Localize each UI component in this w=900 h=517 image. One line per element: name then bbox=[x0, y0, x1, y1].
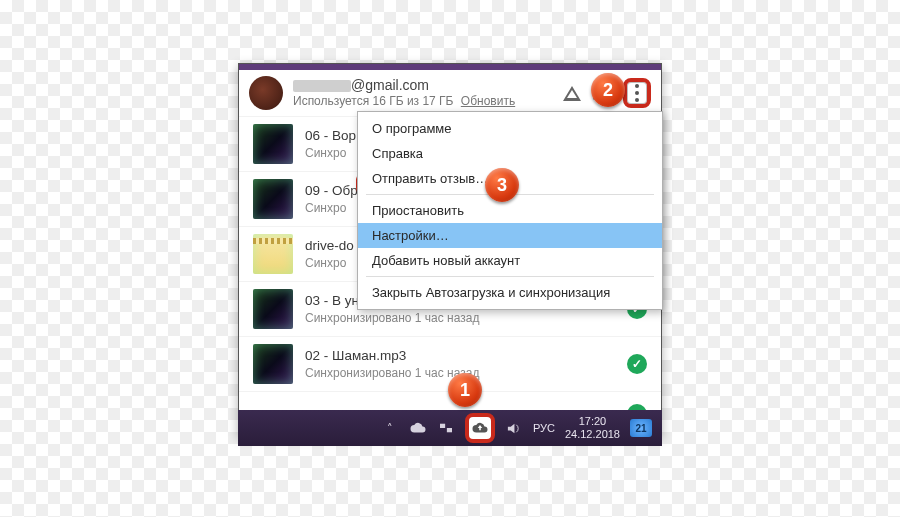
taskbar-clock[interactable]: 17:20 24.12.2018 bbox=[565, 415, 620, 440]
clock-date: 24.12.2018 bbox=[565, 428, 620, 441]
header-text: @gmail.com Используется 16 ГБ из 17 ГБ О… bbox=[293, 76, 561, 110]
file-name: 02 - Шаман.mp3 bbox=[305, 347, 615, 365]
network-icon[interactable] bbox=[437, 419, 455, 437]
file-thumbnail bbox=[253, 124, 293, 164]
callout-2: 2 bbox=[591, 73, 625, 107]
file-thumbnail-zip bbox=[253, 234, 293, 274]
language-indicator[interactable]: РУС bbox=[533, 422, 555, 434]
volume-icon[interactable] bbox=[505, 419, 523, 437]
synced-check-icon: ✓ bbox=[627, 354, 647, 374]
menu-item-help[interactable]: Справка bbox=[358, 141, 662, 166]
refresh-link[interactable]: Обновить bbox=[461, 94, 515, 108]
redacted-name bbox=[293, 80, 351, 92]
taskbar: ˄ РУС 17:20 24.12.2018 21 bbox=[238, 410, 662, 446]
onedrive-tray-icon[interactable] bbox=[409, 419, 427, 437]
menu-item-quit[interactable]: Закрыть Автозагрузка и синхронизация bbox=[358, 280, 662, 305]
avatar bbox=[249, 76, 283, 110]
menu-item-about[interactable]: О программе bbox=[358, 116, 662, 141]
menu-separator bbox=[366, 276, 654, 277]
action-center-icon[interactable]: 21 bbox=[630, 419, 652, 437]
svg-rect-0 bbox=[440, 424, 445, 428]
clock-time: 17:20 bbox=[565, 415, 620, 428]
storage-line: Используется 16 ГБ из 17 ГБ Обновить bbox=[293, 94, 561, 110]
file-status: Синхронизировано 1 час назад bbox=[305, 310, 615, 326]
file-thumbnail bbox=[253, 179, 293, 219]
svg-rect-1 bbox=[447, 428, 452, 432]
storage-text: Используется 16 ГБ из 17 ГБ bbox=[293, 94, 453, 108]
tray-expand-icon[interactable]: ˄ bbox=[381, 419, 399, 437]
notif-count: 21 bbox=[635, 423, 646, 434]
google-backup-tray-icon[interactable] bbox=[465, 413, 495, 443]
email-suffix: @gmail.com bbox=[351, 77, 429, 93]
file-thumbnail bbox=[253, 344, 293, 384]
file-thumbnail bbox=[253, 289, 293, 329]
more-menu-button[interactable] bbox=[623, 78, 651, 108]
callout-3: 3 bbox=[485, 168, 519, 202]
overflow-menu: О программе Справка Отправить отзыв… При… bbox=[357, 111, 663, 310]
account-email: @gmail.com bbox=[293, 76, 561, 94]
menu-item-settings[interactable]: Настройки… bbox=[358, 223, 662, 248]
callout-1: 1 bbox=[448, 373, 482, 407]
menu-item-pause[interactable]: Приостановить bbox=[358, 198, 662, 223]
menu-item-add-account[interactable]: Добавить новый аккаунт bbox=[358, 248, 662, 273]
drive-icon[interactable] bbox=[561, 82, 583, 104]
